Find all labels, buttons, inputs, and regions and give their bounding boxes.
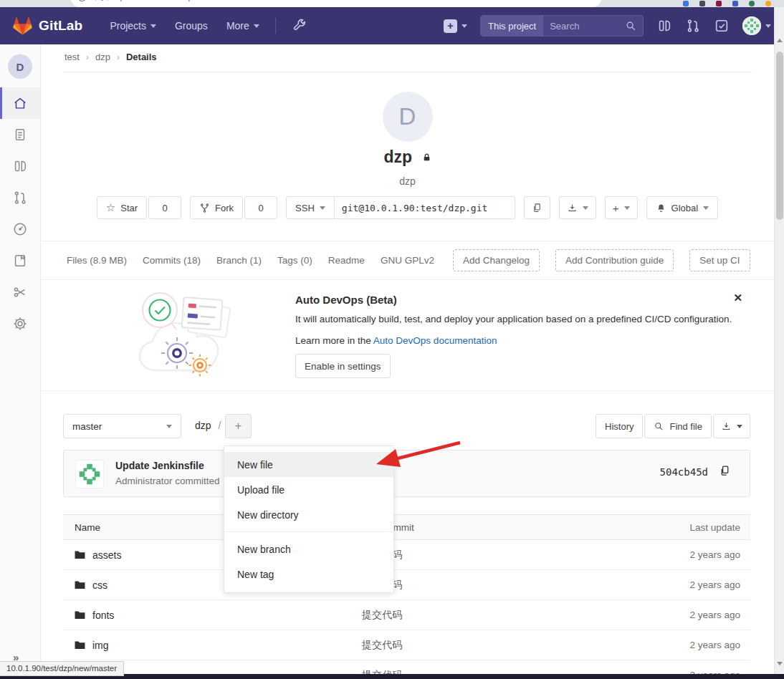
project-actions: ☆ Star 0 Fork 0 SSH git@1 (41, 196, 774, 219)
gitlab-navbar: GitLab Projects Groups More + This proje… (0, 7, 784, 44)
chevron-down-icon (737, 425, 742, 428)
star-button[interactable]: ☆ Star (97, 196, 147, 219)
pipeline-gauge-icon (12, 221, 28, 237)
add-to-tree-button[interactable]: + (225, 414, 252, 438)
notification-dropdown[interactable]: Global (646, 196, 719, 219)
copy-clone-url-button[interactable] (524, 196, 550, 219)
project-avatar-mini[interactable]: D (8, 54, 32, 79)
chevron-down-icon (462, 24, 467, 28)
menu-divider (224, 531, 393, 532)
create-new-dropdown[interactable]: + (605, 196, 638, 219)
table-row[interactable]: assets 提交代码 2 years ago (63, 540, 750, 570)
breadcrumb-project[interactable]: dzp (95, 52, 110, 62)
file-name-link[interactable]: assets (92, 549, 121, 561)
add-changelog-button[interactable]: Add Changelog (453, 249, 540, 271)
search-icon[interactable] (625, 20, 637, 32)
menu-item-new-tag[interactable]: New tag (224, 562, 393, 587)
extension-icon[interactable] (749, 1, 755, 6)
breadcrumb-group[interactable]: test (64, 52, 80, 62)
search-input[interactable] (543, 21, 625, 32)
extension-icon[interactable] (683, 1, 689, 6)
browser-address-bar[interactable]: i 不安全 | 10.0.1.90/test/dzp ☆ (70, 0, 602, 7)
branch-selector[interactable]: master (63, 414, 181, 438)
user-menu[interactable] (742, 16, 771, 35)
sidebar-item-wiki[interactable] (0, 245, 40, 276)
issue-boards-icon[interactable] (656, 18, 672, 34)
file-name-link[interactable]: fonts (92, 610, 114, 621)
stat-tags[interactable]: Tags (0) (277, 255, 312, 266)
scroll-up-arrow-icon[interactable] (777, 39, 783, 42)
nav-projects[interactable]: Projects (110, 20, 156, 32)
clone-url-field[interactable]: git@10.0.1.90:test/dzp.git (335, 196, 515, 219)
plus-square-icon: + (444, 19, 457, 33)
enable-in-settings-button[interactable]: Enable in settings (295, 354, 391, 378)
close-icon[interactable]: ✕ (733, 292, 742, 304)
scrollbar-thumb[interactable] (776, 52, 783, 220)
sidebar-item-merge-requests[interactable] (0, 182, 40, 213)
chevron-down-icon (583, 206, 588, 210)
find-file-button[interactable]: Find file (644, 414, 712, 438)
new-menu-button[interactable]: + (444, 19, 467, 33)
stat-branches[interactable]: Branch (1) (216, 255, 262, 266)
history-button[interactable]: History (596, 414, 643, 438)
bookmark-star-icon[interactable]: ☆ (586, 0, 595, 6)
table-row[interactable]: fonts 提交代码 2 years ago (63, 600, 750, 630)
extension-icon[interactable] (732, 1, 738, 6)
row-commit-link[interactable]: 提交代码 (362, 609, 628, 622)
sidebar-item-cicd[interactable] (0, 213, 40, 245)
fork-button[interactable]: Fork (190, 196, 243, 219)
project-avatar: D (383, 92, 433, 142)
browser-url[interactable]: 不安全 | 10.0.1.90/test/dzp (92, 0, 193, 1)
stat-readme[interactable]: Readme (328, 255, 365, 266)
file-name-link[interactable]: img (92, 640, 109, 651)
admin-wrench-icon[interactable] (292, 18, 307, 34)
extension-icon[interactable] (699, 1, 705, 6)
gitlab-brand[interactable]: GitLab (13, 16, 82, 35)
set-up-ci-button[interactable]: Set up CI (689, 249, 750, 271)
todos-icon[interactable] (714, 18, 730, 34)
commit-sha[interactable]: 504cb45d (660, 466, 708, 478)
plus-icon: + (613, 202, 619, 214)
merge-requests-icon[interactable] (685, 18, 701, 34)
row-commit-link[interactable]: 提交代码 (362, 579, 628, 592)
sidebar-item-settings[interactable] (0, 308, 40, 340)
project-stats-bar: Files (8.9 MB) Commits (18) Branch (1) T… (41, 241, 774, 280)
row-commit-link[interactable]: 提交代码 (362, 639, 628, 652)
download-source-dropdown[interactable] (559, 196, 596, 219)
commit-message-link[interactable]: Update Jenkinsfile (115, 460, 204, 471)
sidebar-item-snippets[interactable] (0, 276, 40, 308)
nav-groups[interactable]: Groups (175, 20, 208, 32)
clone-protocol-dropdown[interactable]: SSH (286, 196, 335, 219)
menu-item-new-directory[interactable]: New directory (224, 502, 393, 527)
scroll-down-arrow-icon[interactable] (777, 662, 783, 665)
add-contribution-guide-button[interactable]: Add Contribution guide (555, 249, 674, 271)
sidebar-item-repository[interactable] (0, 119, 40, 150)
not-secure-icon[interactable]: i (77, 0, 87, 1)
stat-commits[interactable]: Commits (18) (143, 255, 201, 266)
search-scope-badge[interactable]: This project (481, 16, 543, 36)
extension-icon[interactable] (765, 1, 771, 6)
star-icon: ☆ (106, 201, 115, 214)
gear-icon (12, 316, 28, 332)
stat-license[interactable]: GNU GPLv2 (381, 255, 434, 266)
tree-root-link[interactable]: dzp (195, 420, 211, 431)
table-row[interactable]: css 提交代码 2 years ago (63, 570, 750, 600)
menu-item-new-branch[interactable]: New branch (224, 536, 393, 562)
sidebar-item-overview[interactable] (0, 87, 40, 119)
menu-item-upload-file[interactable]: Upload file (224, 477, 393, 502)
stat-files[interactable]: Files (8.9 MB) (67, 255, 127, 266)
auto-devops-doc-link[interactable]: Auto DevOps documentation (373, 335, 497, 346)
copy-commit-sha-button[interactable] (719, 465, 731, 477)
table-header-row: Name Last commit Last update (63, 514, 750, 540)
file-name-link[interactable]: css (92, 579, 107, 591)
row-commit-link[interactable]: 提交代码 (362, 549, 628, 562)
chevron-right-icon: › (117, 52, 120, 62)
nav-more[interactable]: More (226, 20, 259, 32)
fork-count[interactable]: 0 (244, 196, 277, 219)
download-tree-dropdown[interactable] (713, 414, 750, 438)
star-count[interactable]: 0 (148, 196, 181, 219)
extension-icon[interactable] (716, 1, 722, 6)
page-scrollbar[interactable] (774, 7, 784, 674)
sidebar-item-issues[interactable] (0, 150, 40, 182)
table-row[interactable]: img 提交代码 2 years ago (63, 630, 750, 660)
